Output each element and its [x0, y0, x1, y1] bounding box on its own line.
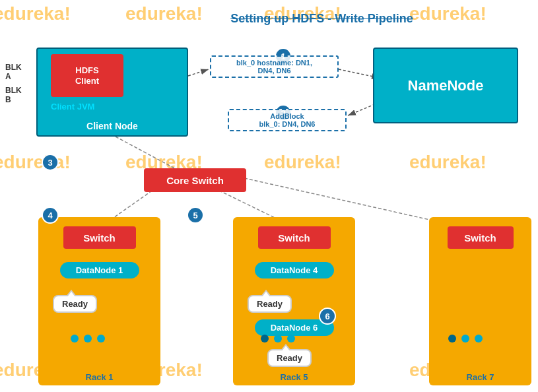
rack-5-dot-2 — [274, 335, 282, 343]
rack-1-box: Switch DataNode 1 Ready Rack 1 — [38, 217, 160, 385]
rack-1-ready-bubble: Ready — [53, 295, 97, 313]
core-switch: Core Switch — [144, 168, 246, 192]
step-5-bubble: 5 — [187, 207, 204, 224]
rack-1-label: Rack 1 — [38, 372, 160, 382]
rack-7-dot-2 — [461, 335, 469, 343]
watermark-7: edureka! — [264, 152, 341, 173]
rack-5-label: Rack 5 — [233, 372, 355, 382]
rack-5-dots — [261, 335, 295, 343]
watermark-1: edureka! — [0, 3, 71, 24]
rack-7-switch: Switch — [448, 226, 514, 249]
rack-7-dot-1 — [448, 335, 456, 343]
client-node-box: HDFSClient Client JVM Client Node — [36, 48, 188, 137]
namenode-box: NameNode — [373, 48, 518, 123]
rack-1-switch: Switch — [63, 226, 136, 249]
msg-box-1: blk_0 hostname: DN1,DN4, DN6 — [210, 55, 339, 78]
svg-line-5 — [116, 137, 178, 170]
msg-box-2: AddBlockblk_0: DN4, DN6 — [228, 109, 347, 131]
rack-5-ready-bubble: Ready — [248, 295, 292, 313]
rack-1-dot-2 — [84, 335, 92, 343]
rack-1-dots — [71, 335, 105, 343]
rack-7-dots — [448, 335, 483, 343]
watermark-5: edureka! — [0, 152, 71, 173]
client-jvm-label: Client JVM — [51, 102, 94, 112]
namenode-label: NameNode — [408, 77, 484, 94]
step-3-bubble: 3 — [42, 154, 59, 171]
rack-5-box: Switch DataNode 4 Ready DataNode 6 Ready… — [233, 217, 355, 385]
rack-1-dot-3 — [97, 335, 105, 343]
rack-5-datanode-4: DataNode 4 — [255, 262, 334, 278]
rack-5-switch: Switch — [258, 226, 331, 249]
blk-a-label: BLKA — [5, 63, 22, 81]
client-node-label: Client Node — [38, 121, 187, 131]
rack-5-ready-bubble-2: Ready — [267, 349, 312, 367]
svg-line-2 — [188, 69, 209, 76]
blk-b-label: BLKB — [5, 86, 22, 104]
step-6-bubble: 6 — [319, 308, 336, 325]
rack-5-dot-3 — [287, 335, 295, 343]
core-switch-label: Core Switch — [166, 175, 224, 186]
rack-1-datanode-1: DataNode 1 — [60, 262, 139, 278]
step-4-bubble: 4 — [42, 207, 59, 224]
watermark-8: edureka! — [409, 152, 487, 173]
rack-5-dot-1 — [261, 335, 269, 343]
rack-7-box: Switch Rack 7 — [429, 217, 531, 385]
page-title: Setting up HDFS - Write Pipeline — [106, 12, 538, 26]
hdfs-client-box: HDFSClient — [51, 54, 123, 97]
hdfs-client-label: HDFSClient — [75, 65, 99, 86]
rack-7-label: Rack 7 — [429, 372, 531, 382]
rack-7-dot-3 — [475, 335, 483, 343]
rack-1-dot-1 — [71, 335, 79, 343]
